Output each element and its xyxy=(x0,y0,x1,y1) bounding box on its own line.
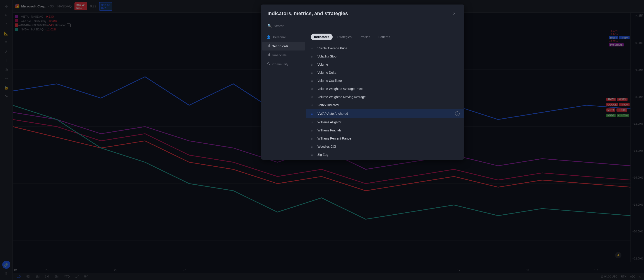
star-icon-3[interactable]: ☆ xyxy=(311,71,315,74)
list-item[interactable]: ☆ Williams Percent Range xyxy=(306,134,464,142)
nav-item-community[interactable]: Community xyxy=(262,60,305,68)
modal-nav: 👤 Personal Technicals xyxy=(261,31,306,160)
list-item[interactable]: ☆ Volume Delta xyxy=(306,68,464,77)
personal-icon: 👤 xyxy=(266,35,271,39)
list-item[interactable]: ☆ Volume Weighted Average Price xyxy=(306,85,464,93)
star-icon-1[interactable]: ☆ xyxy=(311,54,315,58)
search-box: 🔍 xyxy=(268,24,458,28)
modal-content: Indicators Strategies Profiles Patterns … xyxy=(306,31,464,160)
star-icon-0[interactable]: ☆ xyxy=(311,46,315,50)
search-icon: 🔍 xyxy=(268,24,272,28)
nav-label-financials: Financials xyxy=(272,53,286,57)
modal-search: 🔍 xyxy=(261,21,464,31)
item-label-4: Volume Oscillator xyxy=(318,79,342,82)
item-label-12: Woodies CCI xyxy=(318,145,336,148)
tab-profiles[interactable]: Profiles xyxy=(356,33,374,40)
list-item-vwap[interactable]: ☆ VWAP Auto Anchored ? xyxy=(306,109,464,118)
list-item[interactable]: ☆ Visible Average Price xyxy=(306,44,464,52)
modal-close-button[interactable]: × xyxy=(450,10,458,17)
svg-rect-13 xyxy=(268,54,268,56)
content-tabs: Indicators Strategies Profiles Patterns xyxy=(306,31,464,43)
svg-rect-9 xyxy=(267,46,268,47)
tab-indicators[interactable]: Indicators xyxy=(311,33,332,40)
item-label-13: Zig Zag xyxy=(318,153,328,156)
star-icon-7[interactable]: ☆ xyxy=(311,103,315,107)
svg-rect-11 xyxy=(269,44,270,47)
svg-marker-15 xyxy=(267,62,270,65)
item-label-2: Volume xyxy=(318,63,328,66)
item-label-8: VWAP Auto Anchored xyxy=(318,112,348,115)
list-item[interactable]: ☆ Volume Oscillator xyxy=(306,77,464,85)
nav-item-technicals[interactable]: Technicals xyxy=(262,42,305,50)
star-icon-11[interactable]: ☆ xyxy=(311,137,315,140)
tab-strategies[interactable]: Strategies xyxy=(334,33,355,40)
item-label-6: Volume Weighted Moving Average xyxy=(318,95,366,99)
svg-rect-10 xyxy=(268,45,268,47)
star-icon-2[interactable]: ☆ xyxy=(311,63,315,66)
search-input[interactable] xyxy=(274,24,458,28)
star-icon-12[interactable]: ☆ xyxy=(311,145,315,148)
item-label-0: Visible Average Price xyxy=(318,46,347,50)
list-item[interactable]: ☆ Zig Zag xyxy=(306,151,464,159)
nav-item-financials[interactable]: Financials xyxy=(262,51,305,59)
modal-body: 👤 Personal Technicals xyxy=(261,31,464,160)
star-icon-10[interactable]: ☆ xyxy=(311,128,315,132)
star-icon-5[interactable]: ☆ xyxy=(311,87,315,91)
nav-item-personal[interactable]: 👤 Personal xyxy=(262,33,305,41)
tab-patterns[interactable]: Patterns xyxy=(375,33,394,40)
list-item[interactable]: ☆ Woodies CCI xyxy=(306,142,464,151)
item-label-5: Volume Weighted Average Price xyxy=(318,87,362,91)
item-label-1: Volatility Stop xyxy=(318,54,336,58)
item-label-7: Vortex Indicator xyxy=(318,103,339,107)
star-icon-9[interactable]: ☆ xyxy=(311,120,315,124)
svg-rect-12 xyxy=(267,55,268,56)
star-icon-6[interactable]: ☆ xyxy=(311,95,315,99)
svg-rect-14 xyxy=(269,53,270,56)
item-label-9: Williams Alligator xyxy=(318,120,342,124)
nav-label-community: Community xyxy=(272,62,288,66)
indicators-modal: Indicators, metrics, and strategies × 🔍 … xyxy=(261,4,464,160)
item-label-11: Williams Percent Range xyxy=(318,137,351,140)
indicators-list[interactable]: ☆ Visible Average Price ☆ Volatility Sto… xyxy=(306,43,464,160)
nav-label-personal: Personal xyxy=(273,35,286,39)
list-item[interactable]: ☆ Williams Fractals xyxy=(306,126,464,134)
list-item[interactable]: ☆ Volatility Stop xyxy=(306,52,464,60)
financials-icon xyxy=(266,53,270,57)
community-icon xyxy=(266,62,270,66)
item-label-3: Volume Delta xyxy=(318,71,336,74)
list-item[interactable]: ☆ Williams Alligator xyxy=(306,118,464,126)
item-label-10: Williams Fractals xyxy=(318,128,342,132)
star-icon-8[interactable]: ☆ xyxy=(311,112,315,115)
list-item[interactable]: ☆ Volume xyxy=(306,60,464,68)
star-icon-4[interactable]: ☆ xyxy=(311,79,315,82)
star-icon-13[interactable]: ☆ xyxy=(311,153,315,156)
nav-label-technicals: Technicals xyxy=(272,44,288,48)
modal-header: Indicators, metrics, and strategies × xyxy=(261,4,464,21)
modal-title: Indicators, metrics, and strategies xyxy=(268,10,348,16)
help-icon-8[interactable]: ? xyxy=(455,111,460,116)
technicals-icon xyxy=(266,44,270,48)
modal-overlay[interactable]: Indicators, metrics, and strategies × 🔍 … xyxy=(0,0,644,280)
list-item[interactable]: ☆ Volume Weighted Moving Average xyxy=(306,93,464,101)
list-item[interactable]: ☆ Vortex Indicator xyxy=(306,101,464,109)
